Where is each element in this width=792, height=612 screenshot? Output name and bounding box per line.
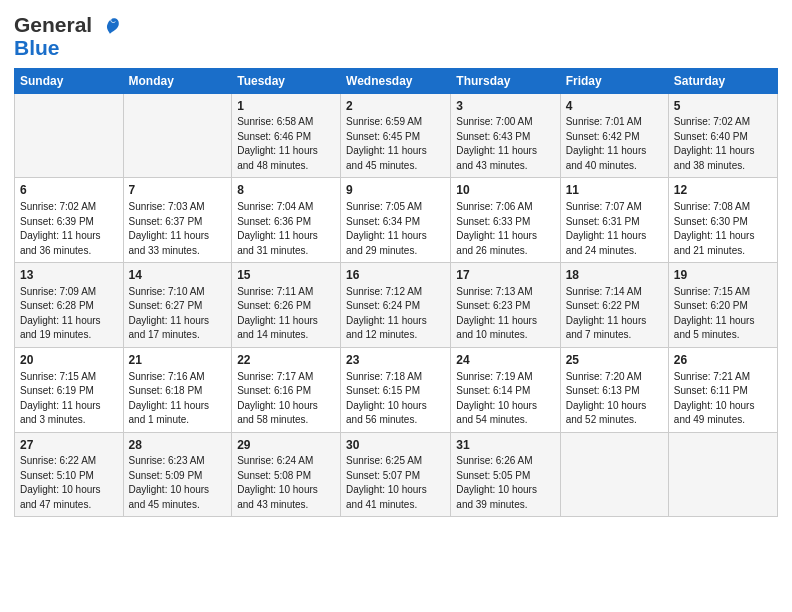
weekday-header-wednesday: Wednesday [341,68,451,93]
day-info: Sunrise: 7:15 AM Sunset: 6:19 PM Dayligh… [20,370,118,428]
calendar-cell: 20Sunrise: 7:15 AM Sunset: 6:19 PM Dayli… [15,347,124,432]
day-info: Sunrise: 7:02 AM Sunset: 6:39 PM Dayligh… [20,200,118,258]
weekday-header-thursday: Thursday [451,68,560,93]
day-info: Sunrise: 7:21 AM Sunset: 6:11 PM Dayligh… [674,370,772,428]
day-number: 3 [456,98,554,115]
day-info: Sunrise: 7:11 AM Sunset: 6:26 PM Dayligh… [237,285,335,343]
day-number: 11 [566,182,663,199]
calendar-cell: 31Sunrise: 6:26 AM Sunset: 5:05 PM Dayli… [451,432,560,517]
day-number: 5 [674,98,772,115]
calendar-cell [15,93,124,178]
calendar-cell: 25Sunrise: 7:20 AM Sunset: 6:13 PM Dayli… [560,347,668,432]
day-number: 17 [456,267,554,284]
day-info: Sunrise: 7:06 AM Sunset: 6:33 PM Dayligh… [456,200,554,258]
calendar-cell: 21Sunrise: 7:16 AM Sunset: 6:18 PM Dayli… [123,347,232,432]
day-number: 31 [456,437,554,454]
day-info: Sunrise: 6:26 AM Sunset: 5:05 PM Dayligh… [456,454,554,512]
calendar-cell: 10Sunrise: 7:06 AM Sunset: 6:33 PM Dayli… [451,178,560,263]
day-number: 10 [456,182,554,199]
day-number: 26 [674,352,772,369]
day-info: Sunrise: 7:04 AM Sunset: 6:36 PM Dayligh… [237,200,335,258]
day-info: Sunrise: 7:08 AM Sunset: 6:30 PM Dayligh… [674,200,772,258]
day-number: 14 [129,267,227,284]
calendar-cell: 12Sunrise: 7:08 AM Sunset: 6:30 PM Dayli… [668,178,777,263]
day-info: Sunrise: 7:05 AM Sunset: 6:34 PM Dayligh… [346,200,445,258]
day-info: Sunrise: 7:18 AM Sunset: 6:15 PM Dayligh… [346,370,445,428]
calendar-cell: 17Sunrise: 7:13 AM Sunset: 6:23 PM Dayli… [451,263,560,348]
day-info: Sunrise: 7:03 AM Sunset: 6:37 PM Dayligh… [129,200,227,258]
calendar-cell [560,432,668,517]
day-info: Sunrise: 6:24 AM Sunset: 5:08 PM Dayligh… [237,454,335,512]
day-info: Sunrise: 6:22 AM Sunset: 5:10 PM Dayligh… [20,454,118,512]
calendar-cell: 23Sunrise: 7:18 AM Sunset: 6:15 PM Dayli… [341,347,451,432]
day-info: Sunrise: 7:07 AM Sunset: 6:31 PM Dayligh… [566,200,663,258]
day-number: 25 [566,352,663,369]
day-number: 4 [566,98,663,115]
calendar-cell: 6Sunrise: 7:02 AM Sunset: 6:39 PM Daylig… [15,178,124,263]
calendar-cell: 24Sunrise: 7:19 AM Sunset: 6:14 PM Dayli… [451,347,560,432]
calendar-cell: 7Sunrise: 7:03 AM Sunset: 6:37 PM Daylig… [123,178,232,263]
day-number: 29 [237,437,335,454]
day-info: Sunrise: 7:10 AM Sunset: 6:27 PM Dayligh… [129,285,227,343]
day-info: Sunrise: 6:58 AM Sunset: 6:46 PM Dayligh… [237,115,335,173]
day-info: Sunrise: 7:01 AM Sunset: 6:42 PM Dayligh… [566,115,663,173]
day-number: 8 [237,182,335,199]
calendar-cell: 9Sunrise: 7:05 AM Sunset: 6:34 PM Daylig… [341,178,451,263]
weekday-header-sunday: Sunday [15,68,124,93]
day-number: 30 [346,437,445,454]
day-info: Sunrise: 7:02 AM Sunset: 6:40 PM Dayligh… [674,115,772,173]
calendar-cell: 11Sunrise: 7:07 AM Sunset: 6:31 PM Dayli… [560,178,668,263]
day-info: Sunrise: 6:25 AM Sunset: 5:07 PM Dayligh… [346,454,445,512]
calendar-cell [123,93,232,178]
weekday-header-saturday: Saturday [668,68,777,93]
day-info: Sunrise: 7:09 AM Sunset: 6:28 PM Dayligh… [20,285,118,343]
calendar-cell: 16Sunrise: 7:12 AM Sunset: 6:24 PM Dayli… [341,263,451,348]
day-number: 19 [674,267,772,284]
day-info: Sunrise: 6:23 AM Sunset: 5:09 PM Dayligh… [129,454,227,512]
day-number: 27 [20,437,118,454]
day-number: 1 [237,98,335,115]
day-number: 9 [346,182,445,199]
logo-line2: Blue [14,37,122,59]
day-number: 18 [566,267,663,284]
weekday-header-friday: Friday [560,68,668,93]
calendar-cell: 5Sunrise: 7:02 AM Sunset: 6:40 PM Daylig… [668,93,777,178]
logo: General Blue [14,14,122,60]
day-info: Sunrise: 7:00 AM Sunset: 6:43 PM Dayligh… [456,115,554,173]
calendar-cell: 18Sunrise: 7:14 AM Sunset: 6:22 PM Dayli… [560,263,668,348]
weekday-header-monday: Monday [123,68,232,93]
day-info: Sunrise: 7:17 AM Sunset: 6:16 PM Dayligh… [237,370,335,428]
calendar-cell: 3Sunrise: 7:00 AM Sunset: 6:43 PM Daylig… [451,93,560,178]
day-number: 16 [346,267,445,284]
calendar-cell: 19Sunrise: 7:15 AM Sunset: 6:20 PM Dayli… [668,263,777,348]
calendar-cell: 13Sunrise: 7:09 AM Sunset: 6:28 PM Dayli… [15,263,124,348]
day-info: Sunrise: 7:15 AM Sunset: 6:20 PM Dayligh… [674,285,772,343]
calendar-cell: 1Sunrise: 6:58 AM Sunset: 6:46 PM Daylig… [232,93,341,178]
calendar-cell: 22Sunrise: 7:17 AM Sunset: 6:16 PM Dayli… [232,347,341,432]
day-info: Sunrise: 7:13 AM Sunset: 6:23 PM Dayligh… [456,285,554,343]
day-number: 24 [456,352,554,369]
day-number: 6 [20,182,118,199]
day-number: 20 [20,352,118,369]
calendar-cell: 26Sunrise: 7:21 AM Sunset: 6:11 PM Dayli… [668,347,777,432]
calendar-cell: 28Sunrise: 6:23 AM Sunset: 5:09 PM Dayli… [123,432,232,517]
day-info: Sunrise: 6:59 AM Sunset: 6:45 PM Dayligh… [346,115,445,173]
calendar-cell: 14Sunrise: 7:10 AM Sunset: 6:27 PM Dayli… [123,263,232,348]
day-info: Sunrise: 7:12 AM Sunset: 6:24 PM Dayligh… [346,285,445,343]
day-number: 23 [346,352,445,369]
calendar-cell: 2Sunrise: 6:59 AM Sunset: 6:45 PM Daylig… [341,93,451,178]
day-number: 15 [237,267,335,284]
calendar-cell: 8Sunrise: 7:04 AM Sunset: 6:36 PM Daylig… [232,178,341,263]
day-number: 7 [129,182,227,199]
logo-line1: General [14,14,122,37]
calendar-cell: 15Sunrise: 7:11 AM Sunset: 6:26 PM Dayli… [232,263,341,348]
day-info: Sunrise: 7:16 AM Sunset: 6:18 PM Dayligh… [129,370,227,428]
calendar-cell [668,432,777,517]
day-number: 13 [20,267,118,284]
calendar: SundayMondayTuesdayWednesdayThursdayFrid… [14,68,778,518]
day-number: 22 [237,352,335,369]
day-number: 12 [674,182,772,199]
day-number: 21 [129,352,227,369]
day-info: Sunrise: 7:14 AM Sunset: 6:22 PM Dayligh… [566,285,663,343]
calendar-cell: 4Sunrise: 7:01 AM Sunset: 6:42 PM Daylig… [560,93,668,178]
